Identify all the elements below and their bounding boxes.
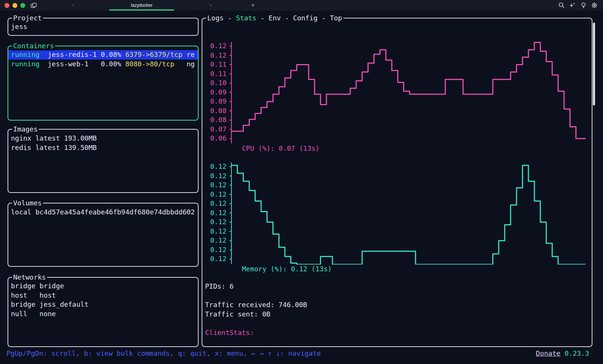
- volume-row[interactable]: local bc4d57ea45a4feabe46fb94df680e74dbb…: [11, 208, 197, 217]
- main-tab-segment[interactable]: -: [256, 14, 269, 22]
- keybindings-hint: PgUp/PgDn: scroll, b: view bulk commands…: [6, 349, 321, 357]
- y-axis-tick-label: 0.12: [206, 245, 227, 255]
- titlebar: ~lazydocker~ +: [0, 0, 603, 11]
- y-axis-tick-label: 0.12: [206, 51, 227, 60]
- network-row[interactable]: host host: [11, 291, 197, 300]
- y-axis-tick-label: 0.12: [206, 236, 227, 245]
- y-axis-tick-label: 0.09: [206, 88, 227, 97]
- networks-list: bridge bridgehost hostbridge jess_defaul…: [8, 278, 198, 318]
- panel-containers[interactable]: Containers running jess-redis-1 0.08% 63…: [8, 46, 199, 121]
- panel-containers-title: Containers: [12, 41, 55, 50]
- y-axis-tick-label: 0.11: [206, 69, 227, 79]
- main-tab-segment[interactable]: Logs: [207, 14, 223, 22]
- main-tab-segment[interactable]: Stats: [236, 14, 256, 22]
- y-axis-tick-label: 0.12: [206, 171, 227, 181]
- memory-chart: 0.120.120.120.120.120.120.120.120.120.12…: [206, 162, 589, 274]
- panel-images-title: Images: [12, 125, 39, 134]
- ai-sparkle-icon[interactable]: [569, 2, 576, 9]
- network-row[interactable]: bridge bridge: [11, 281, 197, 291]
- cpu-chart-plot: [230, 41, 589, 144]
- network-row[interactable]: bridge jess_default: [11, 300, 197, 309]
- main-tab-segment[interactable]: -: [281, 14, 293, 22]
- panel-project-title: Project: [12, 14, 43, 23]
- memory-chart-label: Memory (%): 0.12 (13s): [242, 265, 589, 274]
- y-axis-ticks: 0.120.120.110.110.100.090.090.080.080.07…: [206, 41, 230, 144]
- container-row[interactable]: running jess-web-1 0.00% 8080->80/tcp ng: [11, 60, 197, 69]
- search-icon[interactable]: [558, 2, 565, 9]
- close-window-icon[interactable]: [5, 3, 9, 8]
- main-panel-tabs: Logs - Stats - Env - Config - Top: [206, 14, 343, 23]
- y-axis-tick-label: 0.12: [206, 227, 227, 236]
- panel-networks-title: Networks: [12, 273, 47, 282]
- network-row[interactable]: null none: [11, 309, 197, 319]
- panel-volumes[interactable]: Volumes local bc4d57ea45a4feabe46fb94df6…: [8, 203, 199, 267]
- donate-link[interactable]: Donate: [536, 349, 560, 357]
- titlebar-actions: [558, 2, 603, 9]
- panel-networks[interactable]: Networks bridge bridgehost hostbridge je…: [8, 277, 199, 347]
- y-axis-tick-label: 0.12: [206, 190, 227, 199]
- stats-line: Traffic sent: 0B: [205, 310, 307, 319]
- stats-line: [205, 291, 307, 301]
- terminal-tabs: ~lazydocker~: [38, 0, 245, 11]
- y-axis-tick-label: 0.12: [206, 254, 227, 264]
- image-row[interactable]: redis latest 139.50MB: [11, 143, 197, 153]
- panel-project[interactable]: Project jess: [8, 18, 199, 36]
- y-axis-tick-label: 0.12: [206, 208, 227, 218]
- y-axis-tick-label: 0.12: [206, 217, 227, 227]
- terminal-tab[interactable]: lazydocker: [107, 0, 176, 11]
- main-tab-segment[interactable]: -: [223, 14, 236, 22]
- panel-volumes-title: Volumes: [12, 199, 43, 208]
- y-axis-ticks: 0.120.120.120.120.120.120.120.120.120.12…: [206, 162, 230, 265]
- y-axis-tick-label: 0.07: [206, 125, 227, 134]
- y-axis-tick-label: 0.08: [206, 115, 227, 125]
- main-tab-segment[interactable]: Config: [293, 14, 318, 22]
- container-stats-text: PIDs: 6 Traffic received: 746.00BTraffic…: [205, 282, 307, 337]
- project-item[interactable]: jess: [11, 22, 197, 32]
- stats-line: PIDs: 6: [205, 282, 307, 291]
- stats-line: ClientStats:: [205, 328, 307, 338]
- main-tab-segment[interactable]: Env: [269, 14, 281, 22]
- settings-gear-icon[interactable]: [591, 2, 598, 9]
- y-axis-tick-label: 0.09: [206, 97, 227, 106]
- lightbulb-icon[interactable]: [580, 2, 587, 9]
- zoom-window-icon[interactable]: [20, 3, 25, 8]
- y-axis-tick-label: 0.11: [206, 60, 227, 69]
- tab-overview-icon[interactable]: [31, 3, 37, 8]
- y-axis-tick-label: 0.12: [206, 41, 227, 51]
- main-tab-segment[interactable]: Top: [330, 14, 342, 22]
- cpu-chart: 0.120.120.110.110.100.090.090.080.080.07…: [206, 41, 589, 153]
- image-row[interactable]: nginx latest 193.00MB: [11, 134, 197, 143]
- container-row[interactable]: running jess-redis-1 0.08% 6379->6379/tc…: [8, 50, 198, 60]
- stats-line: Traffic received: 746.00B: [205, 300, 307, 310]
- main-tab-segment[interactable]: -: [318, 14, 330, 22]
- y-axis-tick-label: 0.06: [206, 134, 227, 143]
- scrollbar-thumb[interactable]: [593, 23, 595, 106]
- y-axis-tick-label: 0.10: [206, 78, 227, 88]
- statusbar-right: Donate 0.23.3: [536, 349, 589, 357]
- statusbar: PgUp/PgDn: scroll, b: view bulk commands…: [0, 348, 603, 358]
- stats-line: [205, 319, 307, 328]
- panel-main-stats[interactable]: Logs - Stats - Env - Config - Top 0.120.…: [202, 18, 592, 347]
- cpu-chart-label: CPU (%): 0.07 (13s): [242, 144, 589, 153]
- y-axis-tick-label: 0.12: [206, 162, 227, 171]
- new-tab-button[interactable]: +: [245, 2, 260, 9]
- terminal-tab[interactable]: ~: [38, 0, 107, 11]
- terminal-tab[interactable]: ~: [176, 0, 245, 11]
- minimize-window-icon[interactable]: [12, 3, 17, 8]
- y-axis-tick-label: 0.08: [206, 106, 227, 116]
- y-axis-tick-label: 0.12: [206, 180, 227, 190]
- panel-images[interactable]: Images nginx latest 193.00MBredis latest…: [8, 129, 199, 193]
- memory-chart-plot: [230, 162, 589, 265]
- y-axis-tick-label: 0.12: [206, 199, 227, 208]
- traffic-lights: [0, 3, 25, 8]
- version-label: 0.23.3: [565, 349, 589, 357]
